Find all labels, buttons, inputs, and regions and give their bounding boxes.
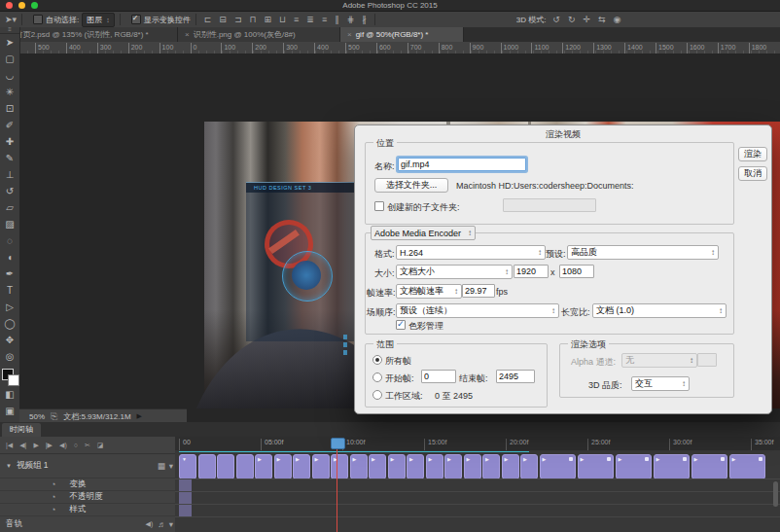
- audio-menu-caret-icon[interactable]: ▾: [169, 519, 173, 529]
- video-clip[interactable]: ▶: [293, 454, 310, 479]
- status-menu-arrow-icon[interactable]: ▶: [137, 412, 142, 420]
- eraser-tool-icon[interactable]: ▱: [0, 199, 19, 216]
- height-input[interactable]: [559, 265, 594, 278]
- magic-wand-tool-icon[interactable]: ✳: [0, 84, 19, 100]
- eyedropper-tool-icon[interactable]: ✐: [0, 117, 19, 133]
- video-clip[interactable]: ▶: [312, 454, 330, 479]
- brush-tool-icon[interactable]: ✎: [0, 150, 19, 166]
- align-left-icon[interactable]: ⊏: [201, 15, 215, 24]
- framerate-dropdown[interactable]: 文档帧速率↕: [396, 284, 462, 299]
- preset-dropdown[interactable]: 高品质↕: [567, 245, 719, 260]
- tab-document-3-active[interactable]: × gif @ 50%(RGB/8*) *: [340, 27, 464, 42]
- width-input[interactable]: [514, 265, 549, 278]
- video-group-row[interactable]: ▼ 视频组 1 ▦ ▾: [0, 454, 181, 479]
- video-clip[interactable]: ▶: [274, 454, 292, 479]
- distribute-right-icon[interactable]: ∦: [359, 15, 370, 24]
- prev-frame-button[interactable]: ◀|: [19, 441, 26, 450]
- pen-tool-icon[interactable]: ✒: [0, 266, 19, 282]
- 3d-roll-icon[interactable]: ↻: [565, 15, 579, 24]
- video-clip[interactable]: [217, 454, 234, 479]
- shape-tool-icon[interactable]: ◯: [0, 315, 19, 332]
- start-frame-input[interactable]: [421, 370, 456, 383]
- filmstrip-icon[interactable]: ▦: [158, 461, 165, 471]
- go-first-frame-button[interactable]: |◀: [6, 441, 13, 450]
- cancel-button[interactable]: 取消: [738, 166, 767, 181]
- transition-button[interactable]: ◪: [97, 441, 104, 450]
- type-tool-icon[interactable]: T: [0, 282, 19, 299]
- video-clip[interactable]: ▶: [369, 454, 386, 479]
- history-brush-tool-icon[interactable]: ↺: [0, 183, 19, 199]
- lasso-tool-icon[interactable]: ◡: [0, 67, 19, 84]
- video-clip[interactable]: [236, 454, 254, 479]
- hud-overlay-layer[interactable]: HUD DESIGN SET 3: [246, 182, 371, 341]
- export-icon[interactable]: ⎘: [51, 411, 57, 421]
- clone-stamp-tool-icon[interactable]: ⊥: [0, 166, 19, 183]
- video-clip[interactable]: ▶: [578, 454, 614, 479]
- path-select-tool-icon[interactable]: ▷: [0, 299, 19, 315]
- video-clip[interactable]: ▶: [520, 454, 538, 479]
- auto-select-target-dropdown[interactable]: 图层 ↕: [82, 13, 115, 27]
- distribute-hcenter-icon[interactable]: ⋕: [344, 15, 358, 24]
- marquee-tool-icon[interactable]: ▢: [0, 51, 19, 67]
- format-dropdown[interactable]: H.264↕: [396, 245, 546, 260]
- video-clip[interactable]: ▶: [426, 454, 443, 479]
- zoom-level-field[interactable]: 50%: [29, 412, 45, 421]
- stopwatch-icon[interactable]: ◔: [51, 492, 55, 502]
- align-top-icon[interactable]: ⊓: [246, 15, 259, 24]
- align-bottom-icon[interactable]: ⊔: [276, 15, 289, 24]
- close-tab-icon[interactable]: ×: [347, 30, 352, 39]
- close-tab-icon[interactable]: ×: [185, 30, 190, 39]
- audio-mute-button[interactable]: ◀): [59, 441, 67, 450]
- video-clip[interactable]: ▶: [444, 454, 462, 479]
- video-clip[interactable]: ▶: [464, 454, 481, 479]
- align-right-icon[interactable]: ⊐: [231, 15, 245, 24]
- video-clip[interactable]: ▶: [654, 454, 690, 479]
- fps-input[interactable]: [462, 284, 495, 298]
- all-frames-radio[interactable]: [372, 355, 382, 365]
- size-dropdown[interactable]: 文档大小↕: [396, 265, 513, 279]
- crop-tool-icon[interactable]: ⊡: [0, 100, 19, 117]
- timeline-scrollbar[interactable]: [773, 481, 778, 507]
- video-clip[interactable]: ▼: [179, 454, 196, 479]
- video-clip[interactable]: ▶: [331, 454, 348, 479]
- distribute-vcenter-icon[interactable]: ≣: [303, 15, 317, 24]
- quick-mask-icon[interactable]: ◧: [0, 386, 19, 403]
- video-clip[interactable]: ▶: [540, 454, 576, 479]
- field-order-dropdown[interactable]: 预设（连续）↕: [396, 303, 559, 318]
- zoom-tool-icon[interactable]: ◎: [0, 348, 19, 365]
- distribute-top-icon[interactable]: ≡: [291, 15, 301, 24]
- auto-select-checkbox[interactable]: [33, 15, 43, 24]
- choose-folder-button[interactable]: 选择文件夹...: [374, 178, 448, 193]
- 3d-orbit-icon[interactable]: ↺: [550, 15, 563, 24]
- encoder-selector-dropdown[interactable]: Adobe Media Encoder↕: [371, 226, 476, 240]
- 3d-camera-icon[interactable]: ◉: [611, 15, 624, 24]
- quality-3d-dropdown[interactable]: 交互↕: [631, 376, 690, 391]
- next-frame-button[interactable]: |▶: [46, 441, 53, 450]
- show-transform-checkbox[interactable]: [131, 15, 141, 24]
- music-note-icon[interactable]: ♬: [158, 519, 166, 529]
- blur-tool-icon[interactable]: ◌: [0, 232, 19, 249]
- dodge-tool-icon[interactable]: ◖: [0, 249, 19, 266]
- video-clip[interactable]: ▶: [691, 454, 727, 479]
- background-color-swatch[interactable]: [8, 374, 19, 386]
- split-clip-button[interactable]: ✂: [85, 441, 90, 450]
- name-input[interactable]: [398, 158, 526, 171]
- create-subfolder-checkbox[interactable]: [374, 201, 384, 211]
- video-clip[interactable]: ▶: [388, 454, 406, 479]
- audio-track-row[interactable]: 音轨 ◀) ♬ ▾: [0, 515, 181, 532]
- gradient-tool-icon[interactable]: ▨: [0, 216, 19, 232]
- distribute-left-icon[interactable]: ∥: [332, 15, 342, 24]
- tab-document-2[interactable]: × 识别性.png @ 100%(灰色/8#): [178, 27, 340, 42]
- panel-grip[interactable]: ≡: [0, 27, 19, 34]
- video-clip[interactable]: ▶: [255, 454, 272, 479]
- start-frame-radio[interactable]: [372, 372, 382, 382]
- video-clip[interactable]: ▶: [407, 454, 424, 479]
- 3d-pan-icon[interactable]: ✛: [580, 15, 593, 24]
- speaker-icon[interactable]: ◀): [146, 520, 154, 528]
- color-manage-checkbox[interactable]: [396, 320, 406, 330]
- playback-options-button[interactable]: ○: [74, 441, 78, 450]
- video-clip[interactable]: ▶: [729, 454, 765, 479]
- video-clip[interactable]: ▶: [502, 454, 519, 479]
- timeline-ruler[interactable]: 0005:00f10:00f15:00f20:00f25:00f30:00f35…: [175, 437, 780, 451]
- 3d-slide-icon[interactable]: ⇆: [595, 15, 609, 24]
